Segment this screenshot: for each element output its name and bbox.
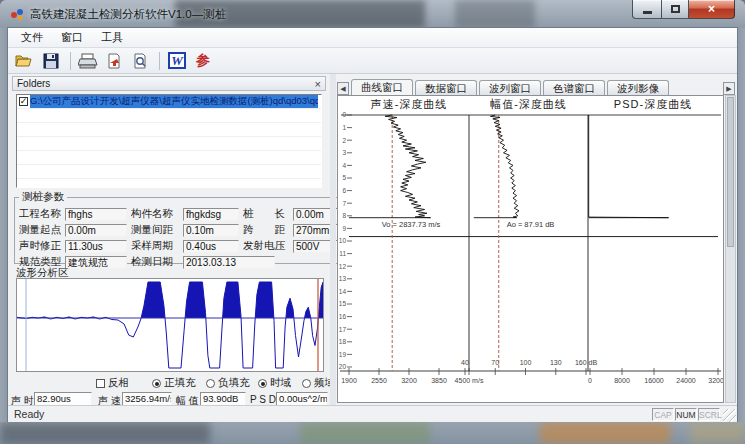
tab-4[interactable]: 波列影像 — [607, 80, 669, 95]
curve-chart: 01234567891011121314151617181920声速-深度曲线1… — [337, 95, 724, 403]
item-path-label: G:\公司产品设计开发\超声仪器\超声仪实地检测数据(测桩)qd\qd03\qd… — [30, 95, 318, 108]
checkbox-icon — [96, 379, 105, 388]
parameters-button[interactable]: 参 — [191, 50, 215, 71]
param-value-input[interactable]: 0.10m — [183, 224, 239, 237]
item-checkbox-icon[interactable]: ✓ — [19, 97, 28, 106]
reading-value-1[interactable]: 3256.94m/s — [122, 392, 172, 406]
client-area: 文件窗口工具 W 参 — [8, 28, 737, 422]
invert-checkbox[interactable]: 反相 — [96, 376, 129, 390]
tab-scroll-left-icon[interactable]: ◀ — [337, 82, 349, 95]
svg-text:3200: 3200 — [401, 377, 417, 384]
open-file-button[interactable] — [13, 50, 37, 71]
resize-grip[interactable] — [723, 409, 736, 422]
print-button[interactable] — [76, 50, 100, 71]
param-value-input[interactable]: 2013.03.13 — [183, 256, 275, 269]
menu-item-0[interactable]: 文件 — [12, 28, 52, 47]
fill-negative-radio[interactable]: 负填充 — [206, 376, 250, 390]
preview-icon — [132, 53, 148, 69]
radio-on-icon — [152, 379, 161, 388]
close-button[interactable]: × — [689, 0, 735, 19]
tab-1[interactable]: 数据窗口 — [415, 80, 477, 95]
glass-blur-decoration — [0, 422, 210, 444]
svg-text:12: 12 — [339, 263, 347, 270]
glass-blur-decoration — [690, 422, 745, 444]
window-frame-right — [737, 28, 745, 422]
tab-3[interactable]: 色谱窗口 — [543, 80, 605, 95]
svg-text:1900: 1900 — [341, 377, 357, 384]
svg-text:19: 19 — [339, 351, 347, 358]
radio-on-icon — [258, 379, 267, 388]
reading-value-3[interactable]: 0.00us^2/m — [276, 392, 328, 406]
svg-text:9: 9 — [342, 225, 346, 232]
waveform-plot[interactable] — [16, 278, 324, 372]
svg-text:4500 m/s: 4500 m/s — [455, 377, 484, 384]
reading-value-2[interactable]: 93.90dB — [200, 392, 246, 406]
minimize-button[interactable] — [632, 0, 661, 19]
status-indicator-scrl: SCRL — [698, 408, 720, 421]
svg-text:8000: 8000 — [614, 377, 630, 384]
svg-text:4: 4 — [342, 162, 346, 169]
reading-value-0[interactable]: 82.90us — [34, 392, 92, 406]
export-report-button[interactable] — [102, 50, 126, 71]
svg-text:16000: 16000 — [644, 377, 664, 384]
svg-text:40: 40 — [461, 359, 469, 366]
param-value-input[interactable]: fhgkdsg — [183, 208, 239, 221]
printer-icon — [78, 53, 98, 69]
svg-text:PSD-深度曲线: PSD-深度曲线 — [614, 98, 692, 110]
param-value-input[interactable]: fhghs — [65, 208, 127, 221]
svg-text:16: 16 — [339, 313, 347, 320]
tab-2[interactable]: 波列窗口 — [479, 80, 541, 95]
window-frame-bottom — [0, 422, 745, 444]
svg-text:70: 70 — [491, 359, 499, 366]
toolbar: W 参 — [8, 48, 737, 74]
menu-item-2[interactable]: 工具 — [92, 28, 132, 47]
fill-positive-radio[interactable]: 正填充 — [152, 376, 196, 390]
vertical-scrollbar[interactable] — [725, 95, 736, 403]
word-export-button[interactable]: W — [165, 50, 189, 71]
svg-text:10: 10 — [339, 237, 347, 244]
svg-text:Ao = 87.91 dB: Ao = 87.91 dB — [507, 220, 555, 229]
folders-list[interactable]: ✓G:\公司产品设计开发\超声仪器\超声仪实地检测数据(测桩)qd\qd03\q… — [16, 94, 322, 188]
workspace: Folders × ✓G:\公司产品设计开发\超声仪器\超声仪实地检测数据(测桩… — [8, 74, 737, 405]
list-item[interactable]: ✓G:\公司产品设计开发\超声仪器\超声仪实地检测数据(测桩)qd\qd03\q… — [17, 95, 321, 109]
status-text: Ready — [14, 408, 44, 420]
chart-panel: ◀曲线窗口数据窗口波列窗口色谱窗口波列影像▶ 01234567891011121… — [336, 74, 737, 405]
status-indicator-num: NUM — [675, 408, 697, 421]
svg-text:0: 0 — [342, 111, 346, 118]
glass-blur-decoration — [455, 0, 535, 28]
save-button[interactable] — [39, 50, 63, 71]
tab-0[interactable]: 曲线窗口 — [351, 79, 413, 95]
param-value-input[interactable]: 0.40us — [183, 240, 239, 253]
svg-text:7: 7 — [342, 200, 346, 207]
time-domain-radio[interactable]: 时域 — [258, 376, 291, 390]
word-icon: W — [168, 52, 186, 69]
param-label: 工程名称 — [19, 207, 65, 221]
param-value-input[interactable]: 0.00m — [65, 224, 127, 237]
param-value-input[interactable]: 建筑规范 — [65, 256, 127, 269]
tab-bar: ◀曲线窗口数据窗口波列窗口色谱窗口波列影像▶ — [336, 78, 737, 95]
svg-text:13: 13 — [339, 275, 347, 282]
tab-scroll-right-icon[interactable]: ▶ — [723, 82, 735, 95]
folders-close-icon[interactable]: × — [315, 79, 321, 89]
radio-off-icon — [206, 379, 215, 388]
param-value-input[interactable]: 11.30us — [65, 240, 127, 253]
open-folder-icon — [15, 53, 35, 69]
save-icon — [43, 53, 59, 69]
maximize-button[interactable] — [661, 0, 689, 19]
list-item-empty — [17, 123, 321, 137]
pile-params-group: 测桩参数 工程名称fhghs构件名称fhgkdsg桩 长0.00m测量起点0.0… — [14, 190, 344, 264]
menu-bar: 文件窗口工具 — [8, 28, 737, 48]
param-label: 发射电压 — [243, 239, 293, 253]
scrollbar-thumb[interactable] — [727, 97, 734, 247]
list-item-empty — [17, 151, 321, 165]
param-label: 采样周期 — [131, 239, 183, 253]
print-preview-button[interactable] — [128, 50, 152, 71]
svg-text:15: 15 — [339, 300, 347, 307]
svg-text:160 dB: 160 dB — [575, 359, 598, 366]
svg-text:14: 14 — [339, 288, 347, 295]
menu-item-1[interactable]: 窗口 — [52, 28, 92, 47]
param-label: 声时修正 — [19, 239, 65, 253]
minimize-icon — [643, 11, 652, 14]
svg-text:3850: 3850 — [431, 377, 447, 384]
folders-panel-header: Folders × — [12, 76, 326, 91]
